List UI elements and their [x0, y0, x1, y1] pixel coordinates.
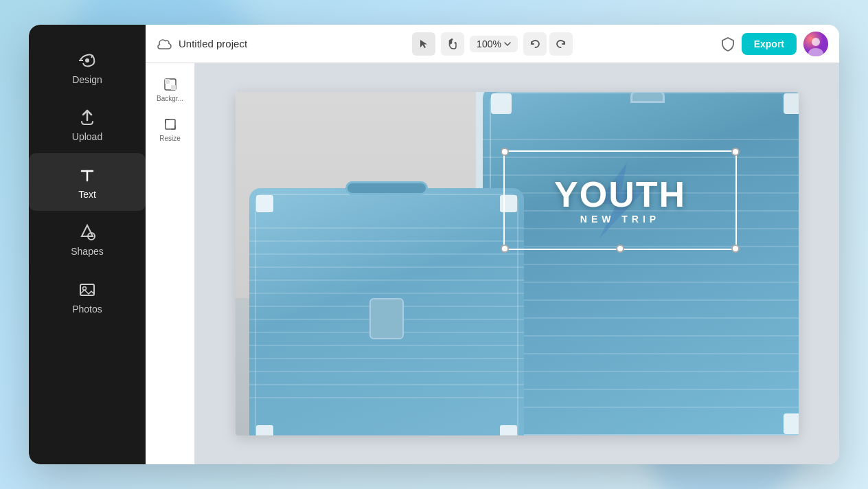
main-content: Untitled project 100%: [146, 25, 839, 464]
toolbar-center: 100%: [412, 32, 573, 56]
upload-icon: [78, 107, 97, 128]
left-panel: Backgr... Resize: [146, 63, 195, 464]
sidebar-item-upload[interactable]: Upload: [29, 96, 146, 154]
suitcase-small: [249, 188, 524, 435]
canvas-area[interactable]: YOUTH NEW TRIP: [195, 63, 839, 464]
shapes-icon: [78, 222, 97, 242]
editor-area: Backgr... Resize: [146, 63, 839, 464]
svg-rect-10: [165, 79, 170, 84]
sidebar: Design Upload Text: [29, 25, 146, 464]
resize-panel-label: Resize: [159, 135, 181, 142]
sidebar-item-shapes-label: Shapes: [71, 246, 103, 257]
sidebar-item-design-label: Design: [72, 74, 102, 85]
toolbar: Untitled project 100%: [146, 25, 839, 63]
resize-panel-icon: [163, 116, 178, 133]
text-selection-box[interactable]: YOUTH NEW TRIP: [503, 150, 737, 250]
undo-redo-group: [523, 32, 573, 56]
undo-btn[interactable]: [523, 32, 547, 56]
svg-point-0: [85, 58, 89, 62]
sidebar-item-upload-label: Upload: [72, 131, 102, 142]
logo-sub-text: NEW TRIP: [580, 214, 660, 225]
sidebar-item-photos[interactable]: Photos: [29, 268, 146, 326]
hand-tool-btn[interactable]: [441, 32, 464, 56]
canvas-background: YOUTH NEW TRIP: [236, 92, 799, 435]
sidebar-item-text[interactable]: Text: [29, 153, 146, 211]
suitcase-large: [483, 92, 799, 435]
background-panel-icon: [163, 76, 178, 92]
zoom-control[interactable]: 100%: [470, 36, 518, 52]
zoom-value: 100%: [477, 38, 501, 49]
toolbar-right: Export: [581, 32, 828, 56]
svg-rect-4: [80, 284, 94, 295]
cloud-save-icon[interactable]: [157, 36, 172, 51]
sidebar-item-text-label: Text: [78, 189, 96, 200]
project-title: Untitled project: [179, 38, 247, 49]
toolbar-left: Untitled project: [157, 36, 404, 51]
design-icon: [78, 49, 97, 70]
text-icon: [78, 164, 97, 185]
sidebar-item-design[interactable]: Design: [29, 38, 146, 96]
panel-item-resize[interactable]: Resize: [151, 112, 190, 147]
photos-icon: [78, 279, 97, 299]
app-window: Design Upload Text: [29, 25, 839, 464]
svg-point-7: [812, 38, 820, 46]
logo-content: YOUTH NEW TRIP: [505, 152, 735, 249]
sidebar-item-photos-label: Photos: [72, 304, 102, 315]
redo-btn[interactable]: [549, 32, 573, 56]
panel-item-background[interactable]: Backgr...: [151, 71, 190, 106]
pointer-tool-btn[interactable]: [412, 32, 435, 56]
export-button[interactable]: Export: [742, 33, 797, 55]
background-panel-label: Backgr...: [157, 95, 183, 102]
avatar[interactable]: [803, 32, 828, 56]
logo-main-text: YOUTH: [554, 177, 686, 212]
suitcase-ribs: [483, 92, 799, 435]
shield-icon: [721, 36, 735, 51]
svg-rect-12: [165, 120, 175, 129]
canvas[interactable]: YOUTH NEW TRIP: [236, 92, 799, 435]
sidebar-item-shapes[interactable]: Shapes: [29, 211, 146, 269]
svg-rect-11: [171, 85, 176, 90]
